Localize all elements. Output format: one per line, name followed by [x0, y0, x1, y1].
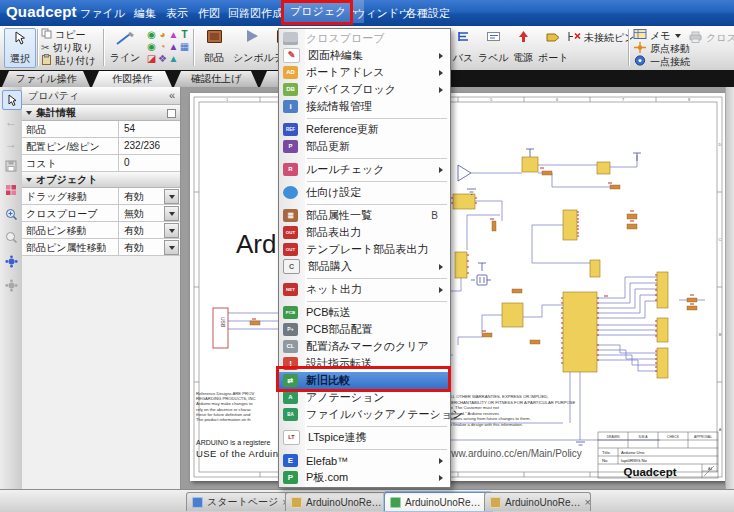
- zoom-out-button[interactable]: [2, 228, 20, 246]
- menu-item-bom-output[interactable]: OUT 部品表出力: [279, 224, 450, 241]
- unconnected-pin-button[interactable]: 未接続ピン: [566, 31, 634, 44]
- property-value-dropdown[interactable]: 有効: [119, 239, 180, 255]
- dropdown-button[interactable]: [164, 189, 179, 204]
- line-tool-button[interactable]: ライン: [107, 28, 143, 66]
- rect-tool-icon[interactable]: ◪: [146, 53, 157, 65]
- menu-item-part-attribute-list[interactable]: ≣ 部品属性一覧 B: [279, 207, 450, 224]
- menu-item-destination-settings[interactable]: 仕向け設定: [279, 184, 450, 201]
- copy-icon: [41, 28, 52, 42]
- tab-arduino-uno-2-active[interactable]: ArduinoUnoRe… ×: [384, 492, 492, 511]
- svg-text:No.: No.: [602, 458, 609, 463]
- menu-item-elefab[interactable]: E Elefab™: [279, 452, 450, 469]
- settings-button[interactable]: [2, 252, 20, 270]
- menu-item-part-update[interactable]: P 部品更新: [279, 138, 450, 155]
- menu-settings[interactable]: 各種設定: [406, 6, 450, 21]
- license-text-left: Reference Designs ARE PROV REGARDING PRO…: [196, 391, 256, 422]
- text-tool-icon[interactable]: T: [179, 29, 190, 41]
- arrow-right-icon: →: [5, 137, 17, 151]
- menu-item-crossprobe[interactable]: クロスプローブ: [279, 30, 450, 47]
- tab-check-finish[interactable]: 確認仕上げ: [174, 71, 258, 87]
- polygon-tool-icon[interactable]: ▲: [168, 41, 179, 53]
- menu-window[interactable]: ウィンドウ: [354, 6, 410, 21]
- dropdown-button[interactable]: [164, 223, 179, 238]
- arrow-left-icon: ←: [5, 115, 17, 129]
- tab-start-page[interactable]: スタートページ ×: [186, 492, 293, 511]
- back-button[interactable]: ←: [2, 113, 20, 131]
- copy-button[interactable]: コピー: [41, 28, 85, 41]
- menu-item-pban-com[interactable]: P P板.com: [279, 469, 450, 486]
- menu-item-port-address[interactable]: AD ポートアドレス: [279, 64, 450, 81]
- tab-arduino-uno-3[interactable]: ArduinoUnoRe… ×: [484, 492, 591, 511]
- circle2-tool-icon[interactable]: ◉: [146, 41, 157, 53]
- menu-item-net-output[interactable]: NET ネット出力: [279, 281, 450, 298]
- menu-item-rule-check[interactable]: R ルールチェック: [279, 161, 450, 178]
- menu-item-design-instruction-transfer[interactable]: ! 設計指示転送: [279, 355, 450, 372]
- section-options-icon[interactable]: [167, 109, 176, 118]
- menu-project[interactable]: プロジェクト: [284, 0, 364, 23]
- menu-item-file-back-annotation[interactable]: BA ファイルバックアノテーション: [279, 406, 450, 423]
- schematic-canvas[interactable]: 12 34 56 78 DC BA Arduino: [180, 87, 734, 489]
- zoom-in-button[interactable]: [2, 205, 20, 223]
- dropdown-button[interactable]: [164, 206, 179, 221]
- menu-item-device-block[interactable]: DB デバイスブロック: [279, 81, 450, 98]
- select-tool-button[interactable]: 選択: [4, 28, 36, 68]
- tab-draw-operations[interactable]: 作図操作: [92, 71, 172, 87]
- menu-item-annotation[interactable]: A アノテーション: [279, 389, 450, 406]
- select-mode-button[interactable]: [2, 90, 22, 110]
- options-button[interactable]: [2, 276, 20, 294]
- properties-panel: プロパティ « 集計情報 部品 54 配置ピン/総ピン 232/236 コスト …: [22, 87, 181, 489]
- menu-edit[interactable]: 編集: [134, 6, 156, 21]
- menu-item-pcb-part-place[interactable]: P+ PCB部品配置: [279, 321, 450, 338]
- circle-tool-icon[interactable]: ◉: [146, 29, 157, 41]
- triangle-tool-icon[interactable]: ▲: [168, 29, 179, 41]
- menu-schematic[interactable]: 回路図作成: [228, 6, 283, 21]
- property-value-dropdown[interactable]: 有効: [119, 188, 180, 204]
- dropdown-button[interactable]: [164, 240, 179, 255]
- crossprobe-button-disabled[interactable]: クロスプロ: [688, 31, 734, 44]
- one-point-connect-button[interactable]: 一点接続: [633, 55, 690, 68]
- pie-tool-icon[interactable]: ◔: [157, 41, 168, 53]
- bus-button[interactable]: バス: [450, 28, 476, 66]
- menu-item-clear-placed-marks[interactable]: CL 配置済みマークのクリア: [279, 338, 450, 355]
- port-address-icon: AD: [283, 66, 298, 79]
- forward-button[interactable]: →: [2, 135, 20, 153]
- menu-item-reference-update[interactable]: REF Reference更新: [279, 121, 450, 138]
- connection-info-icon: i: [283, 100, 298, 113]
- section-summary[interactable]: 集計情報: [22, 105, 180, 121]
- triangle2-tool-icon[interactable]: ▲: [168, 53, 179, 65]
- port-button[interactable]: ポート: [538, 28, 568, 66]
- menu-item-part-purchase[interactable]: C 部品購入: [279, 258, 450, 275]
- vertical-scrollbar[interactable]: [725, 87, 734, 489]
- close-tab-icon[interactable]: ×: [585, 497, 591, 508]
- menu-item-template-bom-output[interactable]: OUT テンプレート部品表出力: [279, 241, 450, 258]
- image-tool-icon[interactable]: ▦: [179, 41, 190, 53]
- cut-button[interactable]: ✂ 切り取り: [41, 41, 93, 54]
- menu-item-old-new-compare[interactable]: ⇄ 新旧比較: [279, 372, 450, 389]
- menu-view[interactable]: 表示: [166, 6, 188, 21]
- section-objects[interactable]: オブジェクト: [22, 172, 180, 188]
- paste-button[interactable]: 貼り付け: [41, 54, 95, 67]
- property-value-dropdown[interactable]: 無効: [119, 205, 180, 221]
- collapse-panel-button[interactable]: «: [169, 87, 175, 104]
- tab-file-operations[interactable]: ファイル操作: [2, 71, 90, 87]
- save-button[interactable]: [2, 157, 20, 175]
- svg-text:Title.: Title.: [602, 450, 611, 455]
- part-button[interactable]: 部品: [197, 28, 231, 66]
- arc-tool-icon[interactable]: ◕: [157, 29, 168, 41]
- label-button[interactable]: ラベル: [478, 28, 508, 66]
- symbol-button[interactable]: シンボル: [233, 28, 271, 66]
- menu-item-connection-info[interactable]: i 接続情報管理: [279, 98, 450, 115]
- submenu-arrow-icon: [439, 458, 443, 464]
- menu-file[interactable]: ファイル: [80, 6, 125, 21]
- grid-settings-button[interactable]: [2, 181, 20, 199]
- poly2-tool-icon[interactable]: ❖: [157, 53, 168, 65]
- property-value-dropdown[interactable]: 有効: [119, 222, 180, 238]
- tab-arduino-uno-1[interactable]: ArduinoUnoRe… ×: [285, 492, 392, 511]
- menu-item-ltspice-link[interactable]: LT LTspice連携: [279, 429, 450, 446]
- power-button[interactable]: 電源: [510, 28, 536, 66]
- menu-item-pcb-transfer[interactable]: PCB PCB転送: [279, 304, 450, 321]
- clipboard-icon: [41, 54, 52, 68]
- submenu-arrow-icon: [439, 287, 443, 293]
- menu-item-frame-edit[interactable]: ✎ 図面枠編集: [279, 47, 450, 64]
- menu-draw[interactable]: 作図: [198, 6, 220, 21]
